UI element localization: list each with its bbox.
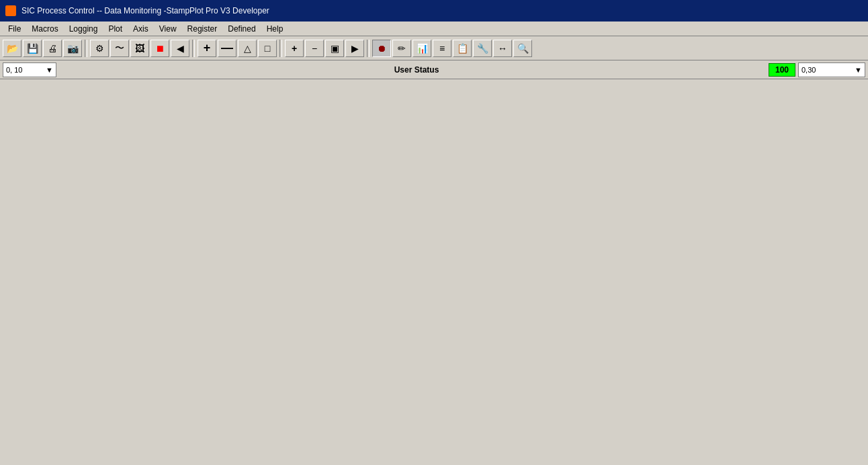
menu-file[interactable]: File [3, 23, 26, 35]
box-button[interactable]: ▣ [325, 40, 344, 57]
user-status-label: User Status [67, 65, 766, 75]
print-button[interactable]: 🖨 [43, 40, 62, 57]
menu-bar: File Macros Logging Plot Axis View Regis… [0, 22, 868, 36]
play-button[interactable]: ▶ [345, 40, 364, 57]
open-button[interactable]: 📂 [3, 40, 21, 57]
dropdown-arrow-left: ▼ [46, 66, 53, 74]
toolbar: 📂 💾 🖨 📷 ⚙ 〜 🖼 ⏹ ◀ + — △ □ + − ▣ ▶ ⏺ ✏ 📊 … [0, 36, 868, 60]
tool-button[interactable]: 🔧 [473, 40, 492, 57]
back-button[interactable]: ◀ [171, 40, 189, 57]
menu-logging[interactable]: Logging [64, 23, 103, 35]
list-button[interactable]: ≡ [433, 40, 451, 57]
minus-small-button[interactable]: − [305, 40, 324, 57]
triangle-button[interactable]: △ [238, 40, 257, 57]
plus-small-button[interactable]: + [285, 40, 304, 57]
arrows-button[interactable]: ↔ [493, 40, 512, 57]
separator-3 [279, 40, 282, 57]
zoom-in-large-button[interactable]: + [198, 40, 216, 57]
window-title: SIC Process Control -- Data Monitoring -… [21, 6, 269, 15]
right-dropdown[interactable]: 0,30 ▼ [798, 62, 865, 77]
left-dropdown[interactable]: 0, 10 ▼ [3, 62, 56, 77]
pen-button[interactable]: ✏ [392, 40, 411, 57]
menu-register[interactable]: Register [182, 23, 223, 35]
square-button[interactable]: □ [258, 40, 277, 57]
menu-macros[interactable]: Macros [26, 23, 63, 35]
separator-4 [367, 40, 370, 57]
app-icon [5, 5, 16, 16]
menu-defined[interactable]: Defined [222, 23, 261, 35]
record-button[interactable]: ⏺ [372, 40, 391, 57]
menu-axis[interactable]: Axis [128, 23, 154, 35]
search-button[interactable]: 🔍 [513, 40, 532, 57]
save-button[interactable]: 💾 [23, 40, 42, 57]
chart-button[interactable]: 📊 [413, 40, 431, 57]
menu-view[interactable]: View [154, 23, 182, 35]
wave-button[interactable]: 〜 [110, 40, 129, 57]
menu-plot[interactable]: Plot [103, 23, 128, 35]
title-bar: SIC Process Control -- Data Monitoring -… [0, 0, 868, 22]
camera-button[interactable]: 📷 [63, 40, 82, 57]
status-bar: 0, 10 ▼ User Status 100 0,30 ▼ [0, 60, 868, 79]
stop-button[interactable]: ⏹ [150, 40, 169, 57]
separator-2 [192, 40, 195, 57]
zoom-out-large-button[interactable]: — [218, 40, 236, 57]
separator-1 [85, 40, 87, 57]
settings-button[interactable]: ⚙ [90, 40, 109, 57]
dropdown-arrow-right: ▼ [855, 66, 862, 74]
status-value: 100 [769, 63, 795, 77]
image-button[interactable]: 🖼 [130, 40, 149, 57]
menu-help[interactable]: Help [261, 23, 289, 35]
register-button[interactable]: 📋 [453, 40, 472, 57]
